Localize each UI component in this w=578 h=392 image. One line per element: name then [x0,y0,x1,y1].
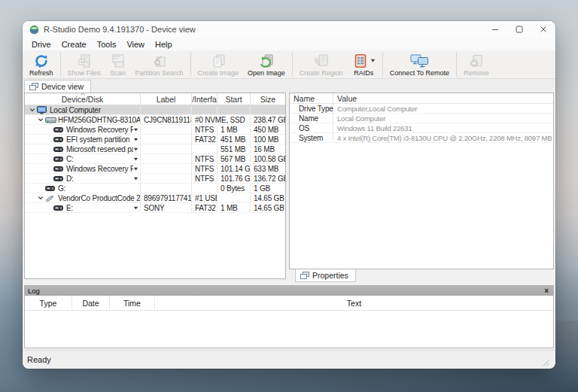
device-name: Microsoft reserved parti... [66,145,133,153]
table-row[interactable]: Microsoft reserved parti...551 MB16 MB [25,144,285,154]
table-row[interactable]: EFI system partitionFAT32451 MB100 MB [25,135,285,144]
property-row[interactable]: Drive TypeComputer,Local Computer [290,104,553,114]
start-cell: 101.14 GB [218,164,251,173]
interface-cell-text: FAT32 [195,135,216,144]
toolbar-button-show-files[interactable]: Show Files [63,52,105,77]
toolbar-button-open-image[interactable]: Open Image [243,52,290,77]
properties-header-name[interactable]: Name [290,93,333,103]
size-cell: 136.72 GB [251,174,285,183]
toolbar-button-create-region[interactable]: Create Region [295,52,348,77]
table-row[interactable]: D:NTFS101.76 GB136.72 GB [25,174,285,184]
partition-icon [53,127,66,132]
menu-item-tools[interactable]: Tools [92,39,122,50]
column-header-device-disk[interactable]: Device/Disk [25,93,141,105]
dropdown-arrow-icon[interactable] [133,128,140,132]
log-column-header-text[interactable]: Text [155,296,553,310]
dropdown-arrow-icon[interactable] [133,147,140,151]
dropdown-arrow-icon[interactable] [370,59,376,62]
property-row[interactable]: System4 x Intel(R) Core(TM) i3-8130U CPU… [290,133,553,143]
minimize-button[interactable] [483,21,507,38]
tab-properties[interactable]: Properties [295,269,356,282]
dropdown-arrow-icon[interactable] [133,177,140,181]
table-row[interactable]: C:NTFS567 MB100.58 GB [25,154,285,164]
chevron-down-icon[interactable] [38,196,45,200]
column-header-label[interactable]: Label [141,93,192,105]
dropdown-arrow-icon[interactable] [133,206,140,210]
dropdown-arrow-icon[interactable] [133,138,140,141]
interface-cell-text: NTFS [195,155,214,163]
log-panel-titlebar: Log × [25,286,553,296]
log-column-header-type[interactable]: Type [25,296,72,310]
toolbar-button-partition-search[interactable]: Partition Search [131,52,188,77]
chevron-down-icon[interactable] [29,108,37,112]
start-cell: 101.76 GB [218,174,251,183]
menu-item-view[interactable]: View [121,39,150,50]
scan-icon [110,53,126,69]
property-row[interactable]: OSWindows 11 Build 22631 [290,123,553,133]
resize-grip-icon[interactable] [543,360,551,369]
table-row[interactable]: Windows Recovery Parti...NTFS1 MB450 MB [25,125,285,135]
log-title: Log [28,287,40,295]
log-column-header-date[interactable]: Date [72,296,110,310]
size-cell [251,105,285,114]
size-cell: 238.47 GB [251,115,285,124]
column-header-start[interactable]: Start [218,93,251,105]
device-table-rows: Local ComputerHFM256GDHTNG-8310A ...CJ9C… [25,105,285,213]
partition-search-icon [151,53,168,69]
menu-item-help[interactable]: Help [150,39,178,50]
log-column-header-time[interactable]: Time [110,296,155,310]
table-row[interactable]: Local Computer [25,105,285,115]
table-row[interactable]: VendorCo ProductCode 2.00896979117741...… [25,193,285,203]
column-header--interfa[interactable]: /Interfa [192,93,218,105]
device-name: D: [66,175,74,183]
device-name: VendorCo ProductCode 2.00 [58,194,140,202]
toolbar-button-remove[interactable]: Remove [459,52,494,77]
create-region-icon [312,53,330,69]
toolbar-button-raids[interactable]: RAIDs [348,52,380,77]
interface-cell: NTFS [192,164,218,173]
device-name: Windows Recovery Parti... [66,165,133,173]
device-name-cell: Windows Recovery Parti... [25,164,141,173]
properties-header-value[interactable]: Value [333,93,553,103]
property-row[interactable]: NameLocal Computer [290,114,553,123]
tab-device-view[interactable]: Device view [24,80,91,93]
table-row[interactable]: G:0 Bytes1 GB [25,184,285,193]
raids-icon [352,53,369,69]
device-view-tab-icon [29,83,38,90]
properties-tab-strip: Properties [289,269,554,283]
dropdown-arrow-icon[interactable] [133,167,140,171]
toolbar-button-label: Refresh [29,69,53,77]
toolbar-button-label: RAIDs [354,69,373,77]
interface-cell: FAT32 [192,135,218,144]
toolbar-button-scan[interactable]: Scan [105,52,131,77]
menu-item-drive[interactable]: Drive [26,39,56,50]
partition-icon [53,166,66,172]
toolbar-button-label: Open Image [248,69,285,77]
start-cell-text: 0 Bytes [221,184,245,193]
chevron-down-icon[interactable] [38,117,45,122]
device-tree-panel: Device/DiskLabel/InterfaStartSize Local … [24,93,286,279]
column-header-label: Label [157,95,176,104]
menu-item-create[interactable]: Create [56,39,92,50]
minimize-icon [491,26,499,33]
table-row[interactable]: Windows Recovery Parti...NTFS101.14 GB63… [25,164,285,174]
toolbar-button-connect-to-remote[interactable]: Connect To Remote [385,52,454,77]
start-cell: 551 MB [218,144,251,153]
app-logo-icon [29,25,39,35]
close-button[interactable] [531,21,555,38]
table-row[interactable]: E:SONYFAT321 MB14.65 GB [25,203,285,213]
toolbar-button-refresh[interactable]: Refresh [25,52,58,77]
property-value: Windows 11 Build 22631 [333,123,553,132]
size-cell: 14.65 GB [251,193,285,202]
maximize-button[interactable] [507,21,531,38]
property-value: Computer,Local Computer [333,104,553,113]
sort-up-icon [80,93,86,96]
size-cell: 633 MB [251,164,285,173]
property-name: Name [290,114,333,123]
column-header-size[interactable]: Size [251,93,285,105]
dropdown-arrow-icon[interactable] [133,157,140,161]
device-name-cell: Microsoft reserved parti... [25,144,141,153]
table-row[interactable]: HFM256GDHTNG-8310A ...CJ9CN8119118...#0 … [25,115,285,125]
toolbar-button-create-image[interactable]: Create Image [193,52,244,77]
title-bar[interactable]: R-Studio Demo 9.4.191370 - Device view [23,21,555,38]
